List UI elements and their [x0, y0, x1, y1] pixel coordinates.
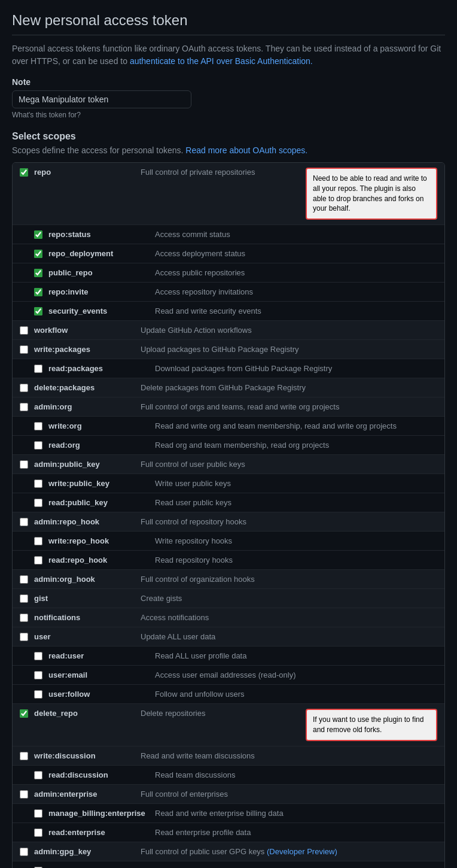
scope-name-public_repo: public_repo — [48, 268, 150, 277]
checkbox-repo_deployment[interactable] — [34, 250, 42, 258]
checkbox-write_discussion[interactable] — [20, 752, 28, 760]
checkbox-read_org[interactable] — [34, 441, 42, 450]
intro-link[interactable]: authenticate to the API over Basic Authe… — [130, 56, 313, 66]
checkbox-read_enterprise[interactable] — [34, 828, 42, 837]
scope-desc-manage_billing_enterprise: Read and write enterprise billing data — [155, 809, 437, 818]
scope-row-delete_repo: delete_repoDelete repositoriesIf you wan… — [13, 704, 444, 746]
scope-name-read_public_key: read:public_key — [48, 498, 150, 507]
row-content-repo_status: repo:statusAccess commit status — [48, 230, 437, 239]
scope-desc-delete_repo: Delete repositories — [141, 709, 296, 718]
scope-desc-read_discussion: Read team discussions — [155, 770, 437, 779]
scope-row-read_discussion: read:discussionRead team discussions — [13, 766, 444, 784]
scope-desc-read_packages: Download packages from GitHub Package Re… — [155, 364, 437, 373]
row-content-write_packages: write:packagesUpload packages to GitHub … — [34, 345, 437, 354]
row-content-user: userUpdate ALL user data — [34, 632, 437, 641]
checkbox-repo_invite[interactable] — [34, 288, 42, 296]
scope-group-admin_org: admin:orgFull control of orgs and teams,… — [13, 397, 444, 455]
row-content-write_repo_hook: write:repo_hookWrite repository hooks — [48, 536, 437, 545]
scope-row-repo_invite: repo:inviteAccess repository invitations — [13, 283, 444, 302]
checkbox-user_email[interactable] — [34, 671, 42, 679]
checkbox-admin_public_key[interactable] — [20, 460, 28, 469]
scope-row-read_public_key: read:public_keyRead user public keys — [13, 493, 444, 512]
scope-name-admin_org: admin:org — [34, 402, 136, 411]
scope-desc-read_repo_hook: Read repository hooks — [155, 556, 437, 564]
checkbox-read_repo_hook[interactable] — [34, 556, 42, 564]
scope-row-user_email: user:emailAccess user email addresses (r… — [13, 666, 444, 685]
row-content-repo_invite: repo:inviteAccess repository invitations — [48, 287, 437, 296]
checkbox-admin_org_hook[interactable] — [20, 575, 28, 584]
checkbox-manage_billing_enterprise[interactable] — [34, 809, 42, 818]
scope-row-write_repo_hook: write:repo_hookWrite repository hooks — [13, 532, 444, 551]
intro-text: Personal access tokens function like ord… — [12, 43, 445, 68]
scope-desc-admin_gpg_key: Full control of public user GPG keys (De… — [141, 847, 437, 856]
row-content-read_packages: read:packagesDownload packages from GitH… — [48, 364, 437, 373]
checkbox-delete_repo[interactable] — [20, 709, 28, 718]
oauth-scopes-link[interactable]: Read more about OAuth scopes. — [185, 145, 307, 155]
scope-desc-repo_status: Access commit status — [155, 230, 437, 239]
scope-desc-repo_deployment: Access deployment status — [155, 249, 437, 258]
row-content-write_org: write:orgRead and write org and team mem… — [48, 421, 437, 430]
scope-row-read_enterprise: read:enterpriseRead enterprise profile d… — [13, 823, 444, 842]
scope-name-write_org: write:org — [48, 421, 150, 430]
scope-row-write_gpg_key: write:gpg_keyWrite public user GPG keys — [13, 861, 444, 868]
scope-desc-repo: Full control of private repositories — [141, 168, 296, 177]
scope-group-write_discussion: write:discussionRead and write team disc… — [13, 746, 444, 785]
checkbox-write_org[interactable] — [34, 422, 42, 430]
checkbox-repo_status[interactable] — [34, 230, 42, 239]
row-content-notifications: notificationsAccess notifications — [34, 613, 437, 622]
note-hint: What's this token for? — [12, 111, 445, 119]
scope-name-read_repo_hook: read:repo_hook — [48, 556, 150, 564]
scope-row-admin_repo_hook: admin:repo_hookFull control of repositor… — [13, 512, 444, 532]
scope-name-read_org: read:org — [48, 441, 150, 450]
checkbox-admin_repo_hook[interactable] — [20, 518, 28, 526]
scope-desc-workflow: Update GitHub Action workflows — [141, 326, 437, 335]
row-content-manage_billing_enterprise: manage_billing:enterpriseRead and write … — [48, 809, 437, 818]
checkbox-admin_gpg_key[interactable] — [20, 848, 28, 856]
checkbox-write_repo_hook[interactable] — [34, 537, 42, 545]
scope-desc-notifications: Access notifications — [141, 613, 437, 622]
checkbox-workflow[interactable] — [20, 326, 28, 335]
scope-desc-write_discussion: Read and write team discussions — [141, 751, 437, 760]
checkbox-read_packages[interactable] — [34, 365, 42, 373]
checkbox-gist[interactable] — [20, 594, 28, 603]
scope-name-gist: gist — [34, 594, 136, 603]
scope-group-notifications: notificationsAccess notifications — [13, 608, 444, 627]
scope-row-read_user: read:userRead ALL user profile data — [13, 647, 444, 666]
checkbox-read_user[interactable] — [34, 652, 42, 660]
row-content-read_enterprise: read:enterpriseRead enterprise profile d… — [48, 828, 437, 837]
scope-name-workflow: workflow — [34, 326, 136, 335]
checkbox-read_discussion[interactable] — [34, 771, 42, 779]
checkbox-user[interactable] — [20, 633, 28, 641]
scope-group-write_packages: write:packagesUpload packages to GitHub … — [13, 340, 444, 378]
checkbox-user_follow[interactable] — [34, 690, 42, 699]
scope-row-admin_public_key: admin:public_keyFull control of user pub… — [13, 455, 444, 474]
row-content-gist: gistCreate gists — [34, 594, 437, 603]
tooltip-delete-repo: If you want to use the plugin to find an… — [306, 709, 437, 741]
scope-name-admin_enterprise: admin:enterprise — [34, 790, 136, 799]
checkbox-admin_enterprise[interactable] — [20, 790, 28, 799]
scope-name-write_repo_hook: write:repo_hook — [48, 536, 150, 545]
row-content-read_repo_hook: read:repo_hookRead repository hooks — [48, 556, 437, 564]
checkbox-write_packages[interactable] — [20, 345, 28, 354]
scope-name-read_user: read:user — [48, 651, 150, 660]
checkbox-write_public_key[interactable] — [34, 479, 42, 488]
row-content-public_repo: public_repoAccess public repositories — [48, 268, 437, 277]
checkbox-admin_org[interactable] — [20, 403, 28, 411]
scope-row-admin_gpg_key: admin:gpg_keyFull control of public user… — [13, 842, 444, 861]
scope-desc-gist: Create gists — [141, 594, 437, 603]
row-content-repo: repoFull control of private repositories — [34, 168, 296, 177]
checkbox-security_events[interactable] — [34, 307, 42, 315]
dev-preview-link-admin_gpg_key[interactable]: (Developer Preview) — [264, 847, 337, 856]
scope-group-repo: repoFull control of private repositories… — [13, 163, 444, 321]
checkbox-delete_packages[interactable] — [20, 384, 28, 392]
row-content-repo_deployment: repo_deploymentAccess deployment status — [48, 249, 437, 258]
checkbox-notifications[interactable] — [20, 614, 28, 622]
scope-desc-security_events: Read and write security events — [155, 306, 437, 315]
checkbox-repo[interactable] — [20, 168, 28, 177]
checkbox-public_repo[interactable] — [34, 269, 42, 277]
tooltip-repo: Need to be able to read and write to all… — [306, 168, 437, 220]
note-input[interactable] — [12, 90, 191, 108]
scope-row-notifications: notificationsAccess notifications — [13, 608, 444, 627]
page-title: New personal access token — [12, 12, 445, 35]
checkbox-read_public_key[interactable] — [34, 499, 42, 507]
